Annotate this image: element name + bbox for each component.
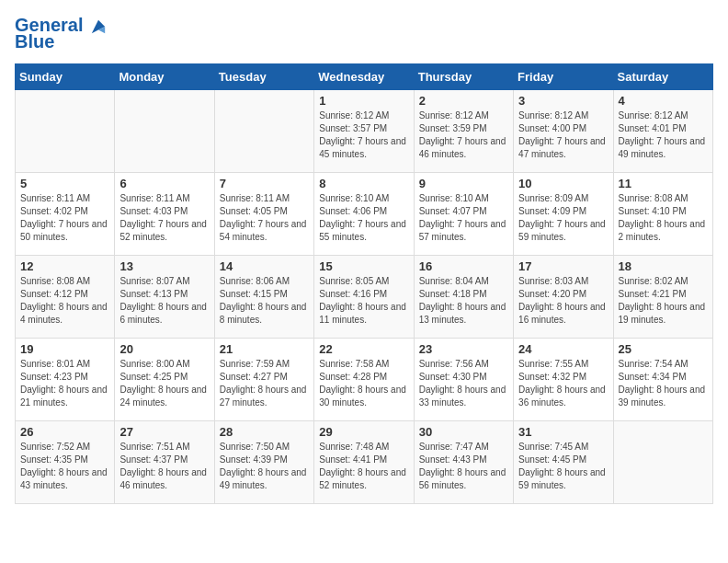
calendar-cell: 18Sunrise: 8:02 AM Sunset: 4:21 PM Dayli…: [613, 256, 712, 339]
day-info: Sunrise: 7:50 AM Sunset: 4:39 PM Dayligh…: [220, 441, 309, 492]
calendar-cell: 15Sunrise: 8:05 AM Sunset: 4:16 PM Dayli…: [314, 256, 414, 339]
day-info: Sunrise: 7:47 AM Sunset: 4:43 PM Dayligh…: [419, 441, 508, 492]
weekday-header-friday: Friday: [514, 64, 613, 90]
day-info: Sunrise: 8:01 AM Sunset: 4:23 PM Dayligh…: [20, 358, 109, 409]
day-number: 2: [419, 94, 508, 108]
day-info: Sunrise: 8:08 AM Sunset: 4:10 PM Dayligh…: [619, 192, 708, 244]
day-info: Sunrise: 8:09 AM Sunset: 4:09 PM Dayligh…: [518, 192, 608, 244]
day-info: Sunrise: 8:10 AM Sunset: 4:06 PM Dayligh…: [319, 192, 408, 244]
calendar-cell: 20Sunrise: 8:00 AM Sunset: 4:25 PM Dayli…: [115, 339, 214, 421]
day-info: Sunrise: 8:03 AM Sunset: 4:20 PM Dayligh…: [518, 275, 608, 327]
day-number: 7: [220, 177, 309, 190]
calendar-cell: 19Sunrise: 8:01 AM Sunset: 4:23 PM Dayli…: [16, 339, 115, 421]
day-number: 18: [619, 259, 708, 273]
weekday-header-wednesday: Wednesday: [314, 64, 414, 90]
day-info: Sunrise: 8:11 AM Sunset: 4:03 PM Dayligh…: [119, 192, 209, 244]
logo-icon: [90, 18, 107, 35]
day-number: 24: [518, 342, 608, 356]
day-info: Sunrise: 8:12 AM Sunset: 4:00 PM Dayligh…: [518, 109, 608, 161]
day-number: 29: [319, 425, 408, 439]
calendar-cell: 14Sunrise: 8:06 AM Sunset: 4:15 PM Dayli…: [214, 256, 313, 339]
weekday-header-monday: Monday: [115, 64, 214, 90]
page-header: General Blue: [15, 15, 713, 52]
weekday-header-row: SundayMondayTuesdayWednesdayThursdayFrid…: [16, 64, 713, 90]
calendar-cell: 4Sunrise: 8:12 AM Sunset: 4:01 PM Daylig…: [613, 90, 712, 173]
calendar-cell: 13Sunrise: 8:07 AM Sunset: 4:13 PM Dayli…: [115, 256, 214, 339]
calendar-cell: 28Sunrise: 7:50 AM Sunset: 4:39 PM Dayli…: [214, 421, 313, 504]
day-number: 15: [319, 259, 408, 273]
calendar-cell: 1Sunrise: 8:12 AM Sunset: 3:57 PM Daylig…: [314, 90, 414, 173]
calendar-cell: 10Sunrise: 8:09 AM Sunset: 4:09 PM Dayli…: [514, 173, 613, 256]
day-info: Sunrise: 7:45 AM Sunset: 4:45 PM Dayligh…: [518, 441, 608, 492]
day-info: Sunrise: 8:00 AM Sunset: 4:25 PM Dayligh…: [119, 358, 209, 409]
calendar-cell: 27Sunrise: 7:51 AM Sunset: 4:37 PM Dayli…: [115, 421, 214, 504]
logo: General Blue: [15, 15, 107, 52]
calendar-cell: 16Sunrise: 8:04 AM Sunset: 4:18 PM Dayli…: [414, 256, 513, 339]
day-number: 14: [220, 259, 309, 273]
day-number: 8: [319, 177, 408, 190]
calendar-cell: 3Sunrise: 8:12 AM Sunset: 4:00 PM Daylig…: [514, 90, 613, 173]
day-info: Sunrise: 7:59 AM Sunset: 4:27 PM Dayligh…: [220, 358, 309, 409]
day-info: Sunrise: 8:02 AM Sunset: 4:21 PM Dayligh…: [619, 275, 708, 327]
day-info: Sunrise: 7:58 AM Sunset: 4:28 PM Dayligh…: [319, 358, 408, 409]
day-info: Sunrise: 8:12 AM Sunset: 3:59 PM Dayligh…: [419, 109, 508, 161]
calendar-cell: 2Sunrise: 8:12 AM Sunset: 3:59 PM Daylig…: [414, 90, 513, 173]
day-info: Sunrise: 7:55 AM Sunset: 4:32 PM Dayligh…: [518, 358, 608, 409]
day-number: 30: [419, 425, 508, 439]
calendar-cell: 21Sunrise: 7:59 AM Sunset: 4:27 PM Dayli…: [214, 339, 313, 421]
calendar-cell: 6Sunrise: 8:11 AM Sunset: 4:03 PM Daylig…: [115, 173, 214, 256]
day-number: 31: [518, 425, 608, 439]
calendar-cell: [115, 90, 214, 173]
day-number: 11: [619, 177, 708, 190]
day-number: 25: [619, 342, 708, 356]
calendar-week-row: 1Sunrise: 8:12 AM Sunset: 3:57 PM Daylig…: [16, 90, 713, 173]
calendar-week-row: 26Sunrise: 7:52 AM Sunset: 4:35 PM Dayli…: [16, 421, 713, 504]
calendar-cell: 7Sunrise: 8:11 AM Sunset: 4:05 PM Daylig…: [214, 173, 313, 256]
day-info: Sunrise: 7:48 AM Sunset: 4:41 PM Dayligh…: [319, 441, 408, 492]
day-number: 10: [518, 177, 608, 190]
calendar-cell: 23Sunrise: 7:56 AM Sunset: 4:30 PM Dayli…: [414, 339, 513, 421]
day-number: 13: [119, 259, 209, 273]
day-info: Sunrise: 7:52 AM Sunset: 4:35 PM Dayligh…: [20, 441, 109, 492]
day-info: Sunrise: 8:07 AM Sunset: 4:13 PM Dayligh…: [119, 275, 209, 327]
calendar-cell: 24Sunrise: 7:55 AM Sunset: 4:32 PM Dayli…: [514, 339, 613, 421]
day-number: 3: [518, 94, 608, 108]
day-number: 20: [119, 342, 209, 356]
day-info: Sunrise: 8:05 AM Sunset: 4:16 PM Dayligh…: [319, 275, 408, 327]
day-number: 21: [220, 342, 309, 356]
day-number: 22: [319, 342, 408, 356]
calendar-cell: 29Sunrise: 7:48 AM Sunset: 4:41 PM Dayli…: [314, 421, 414, 504]
weekday-header-thursday: Thursday: [414, 64, 513, 90]
calendar-week-row: 19Sunrise: 8:01 AM Sunset: 4:23 PM Dayli…: [16, 339, 713, 421]
day-info: Sunrise: 7:51 AM Sunset: 4:37 PM Dayligh…: [119, 441, 209, 492]
calendar-cell: 30Sunrise: 7:47 AM Sunset: 4:43 PM Dayli…: [414, 421, 513, 504]
calendar-cell: 8Sunrise: 8:10 AM Sunset: 4:06 PM Daylig…: [314, 173, 414, 256]
calendar-week-row: 12Sunrise: 8:08 AM Sunset: 4:12 PM Dayli…: [16, 256, 713, 339]
day-number: 6: [119, 177, 209, 190]
day-info: Sunrise: 8:08 AM Sunset: 4:12 PM Dayligh…: [20, 275, 109, 327]
day-info: Sunrise: 8:06 AM Sunset: 4:15 PM Dayligh…: [220, 275, 309, 327]
calendar-cell: [214, 90, 313, 173]
calendar-cell: 22Sunrise: 7:58 AM Sunset: 4:28 PM Dayli…: [314, 339, 414, 421]
day-number: 1: [319, 94, 408, 108]
weekday-header-tuesday: Tuesday: [214, 64, 313, 90]
day-info: Sunrise: 8:11 AM Sunset: 4:05 PM Dayligh…: [220, 192, 309, 244]
day-number: 27: [119, 425, 209, 439]
day-info: Sunrise: 8:11 AM Sunset: 4:02 PM Dayligh…: [20, 192, 109, 244]
day-number: 16: [419, 259, 508, 273]
day-info: Sunrise: 7:56 AM Sunset: 4:30 PM Dayligh…: [419, 358, 508, 409]
day-info: Sunrise: 8:12 AM Sunset: 4:01 PM Dayligh…: [619, 109, 708, 161]
calendar-table: SundayMondayTuesdayWednesdayThursdayFrid…: [15, 63, 713, 504]
calendar-cell: 26Sunrise: 7:52 AM Sunset: 4:35 PM Dayli…: [16, 421, 115, 504]
calendar-cell: 11Sunrise: 8:08 AM Sunset: 4:10 PM Dayli…: [613, 173, 712, 256]
day-info: Sunrise: 8:04 AM Sunset: 4:18 PM Dayligh…: [419, 275, 508, 327]
day-number: 12: [20, 259, 109, 273]
calendar-week-row: 5Sunrise: 8:11 AM Sunset: 4:02 PM Daylig…: [16, 173, 713, 256]
calendar-cell: 9Sunrise: 8:10 AM Sunset: 4:07 PM Daylig…: [414, 173, 513, 256]
calendar-cell: 25Sunrise: 7:54 AM Sunset: 4:34 PM Dayli…: [613, 339, 712, 421]
day-number: 17: [518, 259, 608, 273]
day-number: 9: [419, 177, 508, 190]
calendar-cell: 5Sunrise: 8:11 AM Sunset: 4:02 PM Daylig…: [16, 173, 115, 256]
day-info: Sunrise: 8:12 AM Sunset: 3:57 PM Dayligh…: [319, 109, 408, 161]
calendar-cell: 12Sunrise: 8:08 AM Sunset: 4:12 PM Dayli…: [16, 256, 115, 339]
